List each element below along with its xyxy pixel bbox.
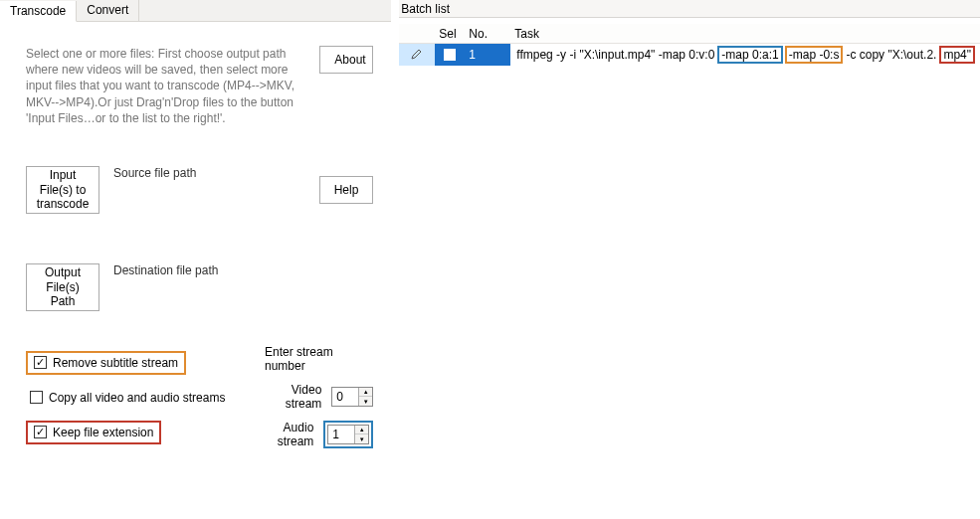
batch-header: Sel No. Task [399, 24, 980, 44]
task-seg-plain: -c copy "X:\out.2. [844, 46, 938, 64]
batch-list-title: Batch list [399, 0, 980, 18]
keep-extension-label: Keep file extension [53, 426, 153, 439]
col-sel: Sel [435, 25, 465, 43]
intro-text: Select one or more files: First choose o… [26, 46, 299, 126]
keep-extension-checkbox[interactable]: Keep file extension [26, 421, 161, 444]
tab-convert[interactable]: Convert [77, 0, 139, 21]
task-seg-ext: mp4" [939, 46, 975, 64]
video-stream-stepper[interactable]: ▲ ▼ [331, 387, 373, 407]
remove-subtitle-label: Remove subtitle stream [53, 356, 178, 370]
chevron-up-icon[interactable]: ▲ [359, 388, 372, 398]
source-path-label: Source file path [113, 166, 196, 180]
col-task: Task [510, 25, 980, 43]
input-files-button[interactable]: Input File(s) to transcode [26, 166, 99, 214]
edit-row-button[interactable] [399, 44, 435, 66]
task-seg-plain: ffmpeg -y -i "X:\input.mp4" -map 0:v:0 [514, 46, 716, 64]
checkbox-icon [34, 356, 47, 369]
chevron-up-icon[interactable]: ▲ [355, 426, 368, 435]
pencil-icon [411, 48, 423, 63]
enter-stream-label: Enter stream number [265, 345, 373, 373]
chevron-down-icon[interactable]: ▼ [359, 397, 372, 406]
checkbox-icon [34, 426, 47, 438]
help-button[interactable]: Help [319, 176, 374, 204]
row-select[interactable] [435, 44, 465, 66]
audio-stream-label: Audio stream [265, 421, 313, 448]
chevron-down-icon[interactable]: ▼ [355, 434, 368, 443]
about-button[interactable]: About [319, 46, 373, 74]
row-task: ffmpeg -y -i "X:\input.mp4" -map 0:v:0 -… [510, 44, 980, 66]
audio-stream-input[interactable] [328, 426, 354, 443]
video-stream-input[interactable] [332, 388, 358, 406]
output-path-button[interactable]: Output File(s) Path [26, 263, 99, 311]
remove-subtitle-checkbox[interactable]: Remove subtitle stream [26, 351, 186, 375]
task-seg-subtitle-map: -map -0:s [785, 46, 844, 64]
task-seg-audio-map: -map 0:a:1 [717, 46, 782, 64]
tab-transcode[interactable]: Transcode [0, 1, 77, 22]
table-row[interactable]: 1 ffmpeg -y -i "X:\input.mp4" -map 0:v:0… [399, 44, 980, 66]
copy-all-label: Copy all video and audio streams [49, 391, 225, 405]
row-number: 1 [465, 44, 510, 66]
audio-stream-stepper[interactable]: ▲ ▼ [327, 425, 369, 444]
checkbox-icon [30, 391, 43, 404]
checkbox-icon [444, 49, 456, 61]
col-no: No. [465, 25, 510, 43]
video-stream-label: Video stream [265, 383, 321, 411]
dest-path-label: Destination file path [113, 263, 218, 277]
